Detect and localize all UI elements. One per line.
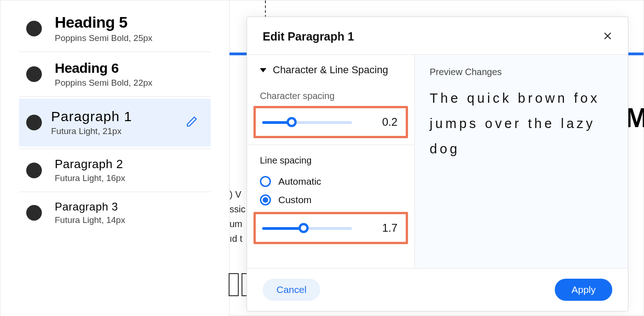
- divider: [247, 145, 414, 145]
- cancel-button[interactable]: Cancel: [263, 279, 320, 301]
- edit-style-dialog: Edit Paragraph 1 Character & Line Spacin…: [247, 17, 628, 311]
- pencil-icon[interactable]: [186, 116, 198, 129]
- line-spacing-radio-group: Automatic Custom: [247, 170, 414, 212]
- style-name: Paragraph 2: [55, 157, 213, 171]
- style-item-heading-5[interactable]: Heading 5 Poppins Semi Bold, 25px: [0, 5, 229, 52]
- close-icon[interactable]: [603, 31, 612, 42]
- style-meta: Futura Light, 21px: [51, 126, 203, 136]
- character-spacing-slider[interactable]: [262, 118, 352, 126]
- style-swatch-icon: [26, 163, 42, 178]
- text-styles-panel: Heading 5 Poppins Semi Bold, 25px Headin…: [0, 0, 230, 316]
- dialog-preview-pane: Preview Changes The quick brown fox jump…: [415, 55, 628, 268]
- section-toggle-spacing[interactable]: Character & Line Spacing: [247, 55, 414, 85]
- dialog-footer: Cancel Apply: [247, 268, 628, 311]
- style-swatch-icon: [26, 205, 42, 221]
- radio-custom[interactable]: Custom: [260, 191, 402, 209]
- style-item-paragraph-3[interactable]: Paragraph 3 Futura Light, 14px: [0, 192, 229, 234]
- dialog-body: Character & Line Spacing Character spaci…: [247, 54, 628, 268]
- style-meta: Poppins Semi Bold, 22px: [55, 78, 213, 88]
- radio-automatic[interactable]: Automatic: [260, 172, 402, 191]
- style-item-paragraph-1[interactable]: Paragraph 1 Futura Light, 21px: [19, 99, 211, 146]
- line-spacing-control: 1.7: [253, 212, 408, 244]
- style-meta: Poppins Semi Bold, 25px: [55, 33, 213, 43]
- character-spacing-control: 0.2: [253, 106, 408, 138]
- canvas-text-fragment: ) V ssic um ıd t: [230, 187, 248, 246]
- preview-label: Preview Changes: [430, 67, 613, 77]
- radio-icon: [260, 194, 271, 205]
- line-spacing-slider[interactable]: [262, 224, 352, 232]
- radio-label: Custom: [278, 194, 311, 205]
- divider: [19, 96, 211, 97]
- style-meta: Futura Light, 16px: [55, 173, 213, 183]
- line-spacing-value: 1.7: [382, 222, 397, 234]
- style-item-paragraph-2[interactable]: Paragraph 2 Futura Light, 16px: [0, 149, 229, 192]
- caret-down-icon: [260, 68, 266, 72]
- style-meta: Futura Light, 14px: [55, 215, 213, 225]
- apply-button[interactable]: Apply: [555, 279, 612, 301]
- section-title: Character & Line Spacing: [273, 64, 388, 76]
- character-spacing-value: 0.2: [382, 116, 397, 129]
- preview-text: The quick brown fox jumps over the lazy …: [430, 86, 613, 162]
- style-swatch-icon: [26, 21, 42, 36]
- style-swatch-icon: [26, 66, 42, 82]
- dialog-title: Edit Paragraph 1: [263, 30, 354, 43]
- radio-label: Automatic: [278, 176, 321, 187]
- style-swatch-icon: [26, 115, 42, 130]
- dialog-controls-pane: Character & Line Spacing Character spaci…: [247, 55, 415, 268]
- label-character-spacing: Character spacing: [247, 85, 414, 106]
- style-name: Heading 5: [55, 13, 213, 31]
- style-item-heading-6[interactable]: Heading 6 Poppins Semi Bold, 22px: [0, 52, 229, 96]
- label-line-spacing: Line spacing: [247, 150, 414, 170]
- radio-icon: [260, 176, 271, 187]
- dialog-header: Edit Paragraph 1: [247, 17, 628, 54]
- app-root: Heading 5 Poppins Semi Bold, 25px Headin…: [0, 0, 644, 316]
- style-name: Paragraph 3: [55, 200, 213, 213]
- style-name: Heading 6: [55, 60, 213, 76]
- style-name: Paragraph 1: [51, 109, 203, 124]
